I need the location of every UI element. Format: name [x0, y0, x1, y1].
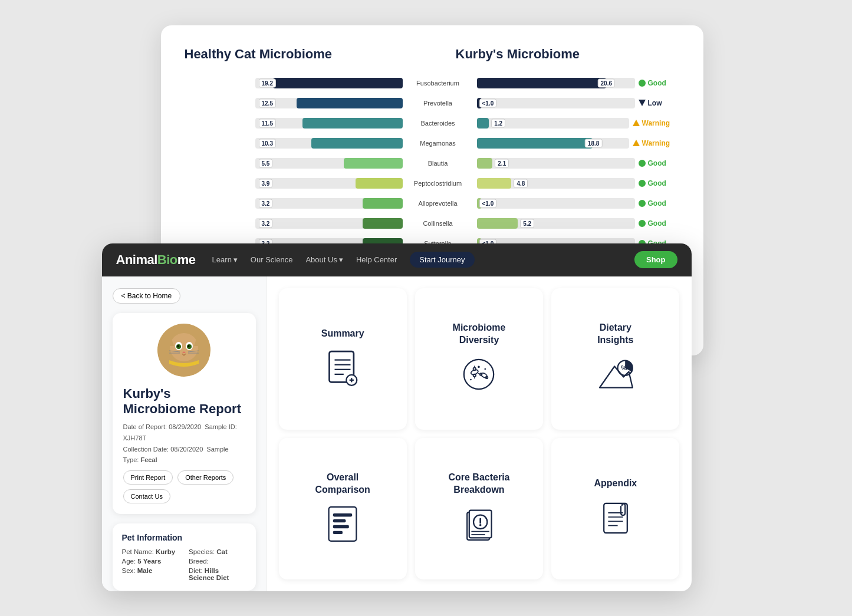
status-warning: Warning: [633, 139, 680, 147]
report-card-microbiome-diversity[interactable]: MicrobiomeDiversity: [415, 288, 543, 430]
pet-info-grid: Pet Name: Kurby Species: Cat Age: 5 Year…: [122, 548, 246, 581]
summary-icon: [321, 347, 364, 390]
print-report-button[interactable]: Print Report: [123, 470, 173, 485]
status-low: Low: [639, 99, 680, 107]
svg-rect-43: [333, 531, 343, 534]
pet-meta: Date of Report: 08/29/2020 Sample ID: XJ…: [123, 421, 245, 466]
overall-comparison-icon: [321, 503, 364, 545]
bacteria-row-alloprevotella: Alloprevotella <1.0 Good: [403, 195, 680, 212]
bacteria-row-megamonas: Megamonas 18.8 Warning: [403, 135, 680, 151]
other-reports-button[interactable]: Other Reports: [177, 470, 233, 485]
report-card-summary[interactable]: Summary: [279, 288, 407, 430]
kurbys-microbiome-title: Kurby's Microbiome: [409, 47, 680, 62]
pet-title: Kurby'sMicrobiome Report: [123, 386, 241, 417]
nav-about-us[interactable]: About Us ▾: [305, 255, 343, 264]
main-content: < Back to Home: [102, 276, 692, 591]
report-card-dietary-insights[interactable]: DietaryInsights %: [551, 288, 679, 430]
svg-point-34: [478, 366, 481, 368]
microbiome-diversity-title: MicrobiomeDiversity: [453, 322, 506, 347]
left-panel: < Back to Home: [102, 276, 267, 591]
action-buttons: Print Report Other Reports Contact Us: [123, 470, 245, 503]
left-bar-row: 3.2: [185, 215, 403, 232]
status-warning: Warning: [633, 119, 680, 127]
status-good: Good: [639, 179, 680, 187]
left-bar-row: 5.5: [185, 155, 403, 172]
bacteria-row-prevotella: Prevotella <1.0 Low: [403, 95, 680, 111]
nav-our-science[interactable]: Our Science: [251, 255, 293, 264]
left-bar-row: 3.2: [185, 195, 403, 212]
svg-rect-39: [329, 507, 357, 541]
status-good: Good: [639, 199, 680, 207]
report-card-core-bacteria-breakdown[interactable]: Core BacteriaBreakdown: [415, 438, 543, 579]
svg-point-9: [177, 345, 179, 347]
contact-us-button[interactable]: Contact Us: [123, 489, 170, 503]
summary-title: Summary: [321, 328, 364, 340]
microbiome-diversity-icon: [458, 353, 500, 396]
nav-logo: AnimalBiome: [116, 252, 196, 268]
status-good: Good: [639, 219, 680, 228]
svg-rect-42: [333, 525, 349, 528]
main-dashboard-card: AnimalBiome Learn ▾ Our Science About Us…: [102, 243, 692, 591]
core-bacteria-breakdown-icon: [458, 503, 500, 545]
pet-profile-card: Kurby'sMicrobiome Report Date of Report:…: [113, 313, 256, 515]
right-panel: Summary MicrobiomeDiversity: [267, 276, 692, 591]
left-bar-row: 12.5: [185, 95, 403, 111]
navbar: AnimalBiome Learn ▾ Our Science About Us…: [102, 243, 692, 276]
status-good: Good: [639, 159, 680, 167]
nav-shop-button[interactable]: Shop: [634, 251, 677, 268]
overall-comparison-title: OverallComparison: [315, 472, 370, 496]
pet-avatar: [157, 324, 210, 377]
svg-point-35: [485, 368, 486, 370]
back-to-home-button[interactable]: < Back to Home: [113, 288, 181, 304]
nav-help-center[interactable]: Help Center: [356, 255, 397, 264]
left-bar-row: 10.3: [185, 135, 403, 151]
nav-start-journey[interactable]: Start Journey: [410, 252, 474, 268]
report-card-appendix[interactable]: Appendix: [551, 438, 679, 579]
svg-point-26: [473, 368, 476, 371]
cat-avatar-svg: [157, 324, 210, 377]
svg-point-10: [188, 345, 190, 347]
healthy-cat-title: Healthy Cat Microbiome: [185, 47, 409, 62]
svg-point-36: [471, 379, 472, 381]
bacteria-row-bacteroides: Bacteroides 1.2 Warning: [403, 115, 680, 131]
left-bar-row: 19.2: [185, 75, 403, 91]
svg-point-48: [479, 524, 482, 526]
appendix-title: Appendix: [594, 477, 637, 490]
left-bar-row: 11.5: [185, 115, 403, 131]
left-bar-row: 3.9: [185, 175, 403, 192]
nav-learn[interactable]: Learn ▾: [212, 255, 238, 264]
dietary-insights-icon: %: [594, 353, 637, 396]
pet-info-card: Pet Information Pet Name: Kurby Species:…: [113, 523, 256, 591]
svg-rect-40: [333, 513, 352, 516]
pet-info-title: Pet Information: [122, 533, 246, 542]
chart-titles: Healthy Cat Microbiome Kurby's Microbiom…: [185, 47, 680, 62]
bacteria-row-peptoclostridium: Peptoclostridium 4.8 Good: [403, 175, 680, 192]
core-bacteria-breakdown-title: Core BacteriaBreakdown: [448, 472, 509, 496]
bacteria-row-blautia: Blautia 2.1 Good: [403, 155, 680, 172]
svg-point-24: [464, 360, 494, 389]
svg-text:%: %: [621, 364, 627, 371]
svg-rect-51: [604, 503, 627, 533]
dietary-insights-title: DietaryInsights: [597, 322, 633, 347]
bacteria-row-collinsella: Collinsella 5.2 Good: [403, 215, 680, 232]
status-good: Good: [639, 79, 680, 87]
report-card-overall-comparison[interactable]: OverallComparison: [279, 438, 407, 579]
appendix-icon: [594, 497, 637, 539]
svg-rect-41: [333, 519, 346, 522]
bacteria-row-fusobacterium: Fusobacterium 20.6 Good: [403, 75, 680, 91]
svg-point-2: [170, 333, 198, 361]
nav-links: Learn ▾ Our Science About Us ▾ Help Cent…: [212, 252, 618, 268]
svg-point-27: [473, 374, 476, 377]
